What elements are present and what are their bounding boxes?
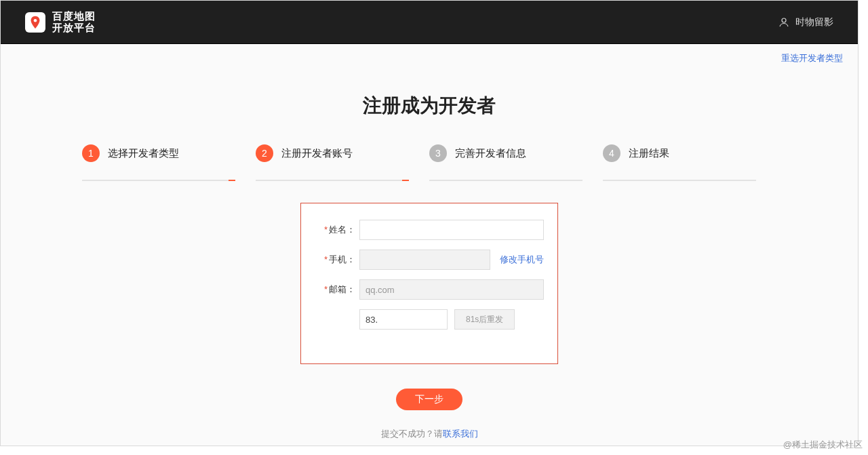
step-label: 注册开发者账号 (281, 147, 353, 160)
step-4: 4 注册结果 (603, 144, 776, 162)
brand-line2: 开放平台 (52, 22, 96, 34)
register-form: *姓名： *手机： 修改手机号 *邮箱： 81s后重发 (300, 203, 558, 364)
verification-code-input[interactable] (359, 309, 448, 330)
brand-logo-icon (25, 12, 45, 33)
top-header: 百度地图 开放平台 时物留影 (1, 1, 858, 44)
name-label: *姓名： (315, 224, 355, 236)
step-label: 完善开发者信息 (455, 147, 526, 160)
user-menu[interactable]: 时物留影 (778, 16, 833, 28)
change-phone-link[interactable]: 修改手机号 (500, 254, 544, 266)
resend-code-button: 81s后重发 (454, 309, 515, 330)
name-input[interactable] (359, 220, 544, 240)
step-num: 2 (256, 144, 273, 162)
phone-label: *手机： (315, 254, 355, 266)
step-num: 1 (82, 144, 100, 162)
brand-line1: 百度地图 (52, 11, 96, 22)
step-2: 2 注册开发者账号 (256, 144, 429, 162)
next-step-button[interactable]: 下一步 (396, 389, 462, 410)
username: 时物留影 (795, 16, 833, 28)
phone-input (359, 250, 490, 270)
step-3: 3 完善开发者信息 (429, 144, 603, 162)
step-label: 选择开发者类型 (108, 147, 179, 160)
step-num: 3 (429, 144, 447, 162)
help-text: 提交不成功？请联系我们 (1, 428, 858, 440)
step-label: 注册结果 (629, 147, 669, 160)
stepper: 1 选择开发者类型 2 注册开发者账号 3 完善开发者信息 4 注册结果 (1, 144, 858, 162)
brand-text: 百度地图 开放平台 (52, 11, 96, 33)
email-input (359, 279, 544, 300)
svg-point-1 (782, 18, 786, 22)
step-num: 4 (603, 144, 620, 162)
contact-us-link[interactable]: 联系我们 (443, 429, 478, 439)
email-label: *邮箱： (315, 283, 355, 296)
reset-dev-type-link[interactable]: 重选开发者类型 (781, 53, 843, 63)
step-1: 1 选择开发者类型 (82, 144, 256, 162)
page-title: 注册成为开发者 (1, 93, 858, 119)
brand[interactable]: 百度地图 开放平台 (25, 11, 96, 33)
user-icon (778, 16, 790, 28)
svg-point-0 (34, 18, 37, 22)
